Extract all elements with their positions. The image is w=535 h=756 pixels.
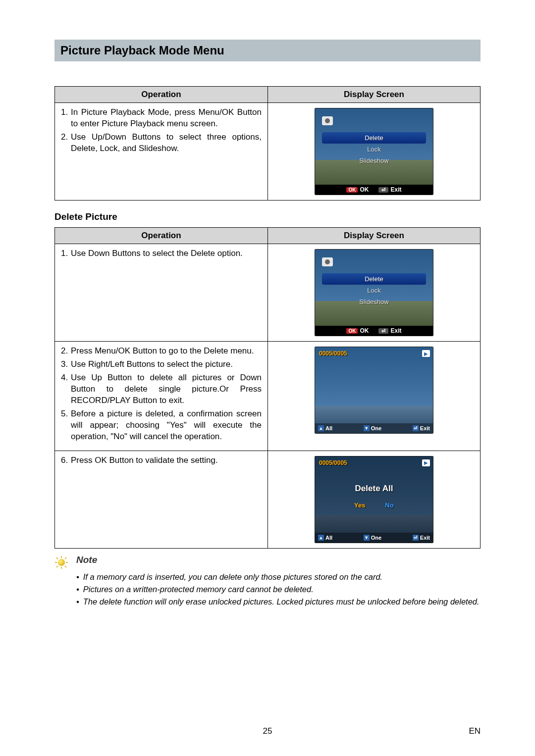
display-screen-confirm-delete: 0005/0005 ▶ Delete All Yes No ▲All ▼One <box>315 456 433 543</box>
operation-step-1: 1.Use Down Buttons to select the Delete … <box>55 244 268 267</box>
footer-exit-label: Exit <box>420 425 430 431</box>
col-header-operation: Operation <box>55 87 268 103</box>
lightbulb-icon <box>54 555 68 569</box>
playback-icon: ▶ <box>422 459 430 466</box>
menu-item-slideshow: Slideshow <box>322 155 426 166</box>
display-screen-delete-selected: Delete Lock Slideshow OKOK ⏎Exit <box>315 249 433 336</box>
page: Picture Playback Mode Menu Operation Dis… <box>0 0 535 756</box>
menu-item-delete: Delete <box>322 132 426 144</box>
operation-steps: 1.In Picture Playback Mode, press Menu/O… <box>55 103 268 162</box>
page-heading: Picture Playback Mode Menu <box>54 40 481 61</box>
footer-exit-label: Exit <box>390 327 401 334</box>
dialog-yes: Yes <box>354 502 365 509</box>
svg-line-6 <box>56 566 58 567</box>
svg-line-4 <box>56 557 58 559</box>
playback-icon: ▶ <box>422 350 430 357</box>
page-number: 25 <box>263 726 272 736</box>
operation-step-6: 6.Press OK Button to validate the settin… <box>55 451 268 474</box>
menu-item-delete: Delete <box>322 273 426 285</box>
camera-icon <box>322 257 333 266</box>
page-footer: 25 EN <box>54 726 481 736</box>
display-screen-picture-select: 0005/0005 ▶ ▲All ▼One ⏎Exit <box>315 347 433 434</box>
note-list: If a memory card is inserted, you can de… <box>76 572 481 606</box>
footer-ok-label: OK <box>360 186 369 193</box>
display-screen-menu: Delete Lock Slideshow OKOK ⏎Exit <box>315 108 433 195</box>
camera-icon <box>322 116 333 125</box>
footer-all-label: All <box>325 425 332 431</box>
picture-counter: 0005/0005 <box>319 350 347 357</box>
col-header-display-screen: Display Screen <box>268 87 481 103</box>
footer-all-label: All <box>325 535 332 541</box>
note-section: Note <box>54 554 481 569</box>
operation-steps-2-5: 2.Press Menu/OK Button to go to the Dele… <box>55 342 268 451</box>
footer-one-label: One <box>371 535 381 541</box>
col-header-operation: Operation <box>55 228 268 244</box>
note-item: If a memory card is inserted, you can de… <box>83 572 382 582</box>
operation-table-2: Operation Display Screen 1.Use Down Butt… <box>54 227 481 549</box>
footer-exit-label: Exit <box>390 186 401 193</box>
note-item: The delete function will only erase unlo… <box>83 597 480 606</box>
dialog-title: Delete All <box>330 484 418 494</box>
subheading-delete-picture: Delete Picture <box>54 211 481 222</box>
footer-ok-label: OK <box>360 327 369 334</box>
note-item: Pictures on a written-protected memory c… <box>83 585 314 594</box>
col-header-display-screen: Display Screen <box>268 228 481 244</box>
dialog-no: No <box>385 502 394 509</box>
page-language: EN <box>469 726 481 736</box>
svg-line-7 <box>65 557 66 559</box>
menu-item-slideshow: Slideshow <box>322 296 426 307</box>
footer-exit-label: Exit <box>420 535 430 541</box>
svg-line-5 <box>65 566 66 567</box>
menu-item-lock: Lock <box>322 285 426 296</box>
picture-counter: 0005/0005 <box>319 459 347 466</box>
note-title: Note <box>76 554 97 565</box>
menu-item-lock: Lock <box>322 144 426 155</box>
operation-table-1: Operation Display Screen 1.In Picture Pl… <box>54 86 481 201</box>
footer-one-label: One <box>371 425 381 431</box>
